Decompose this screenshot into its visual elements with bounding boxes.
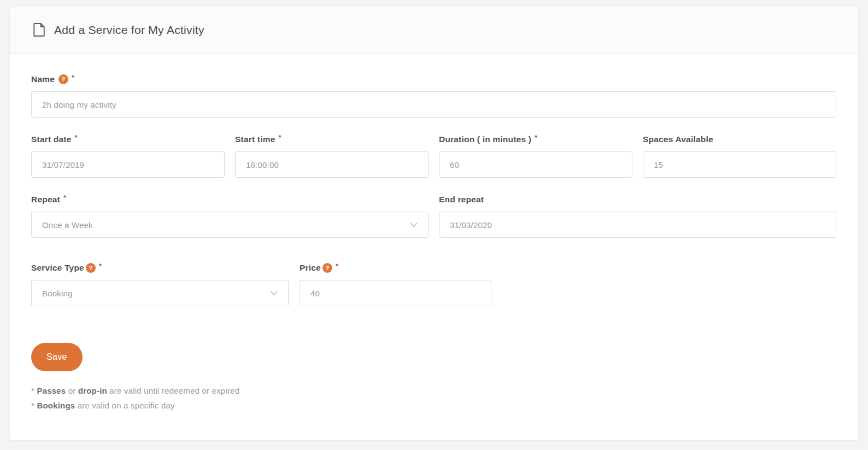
price-input[interactable]	[300, 280, 491, 306]
repeat-row: Repeat * Once a Week End repeat	[31, 195, 836, 238]
footnotes: * Passes or drop-in are valid until rede…	[31, 383, 836, 413]
footnote-bookings: * Bookings are valid on a specific day	[31, 398, 836, 413]
start-time-field-group: Start time *	[235, 135, 429, 178]
add-service-card: Add a Service for My Activity Name ? * S…	[10, 7, 858, 440]
service-type-selected-value: Booking	[42, 289, 73, 298]
name-help-icon[interactable]: ?	[58, 74, 68, 84]
card-header: Add a Service for My Activity	[10, 7, 858, 54]
required-asterisk: *	[279, 133, 281, 142]
footnote-passes: * Passes or drop-in are valid until rede…	[31, 383, 836, 398]
save-button[interactable]: Save	[31, 343, 83, 371]
required-asterisk: *	[75, 133, 78, 142]
spaces-input[interactable]	[643, 151, 836, 178]
name-field-group: Name ? *	[31, 74, 836, 118]
name-input[interactable]	[31, 91, 836, 118]
pricing-row: Service Type ? * Booking Price ?	[31, 263, 836, 306]
repeat-field-group: Repeat * Once a Week	[31, 195, 429, 238]
required-asterisk: *	[72, 73, 74, 81]
spaces-label: Spaces Available	[643, 135, 836, 144]
start-date-label: Start date *	[31, 135, 225, 144]
price-field-group: Price ? *	[300, 263, 491, 306]
chevron-down-icon	[410, 223, 418, 227]
required-asterisk: *	[336, 262, 338, 270]
service-type-help-icon[interactable]: ?	[86, 263, 96, 273]
duration-field-group: Duration ( in minutes ) *	[439, 135, 632, 178]
end-repeat-label: End repeat	[439, 195, 836, 204]
price-help-icon[interactable]: ?	[322, 263, 332, 273]
repeat-select[interactable]: Once a Week	[31, 212, 429, 238]
required-asterisk: *	[99, 262, 102, 270]
service-type-label: Service Type ? *	[31, 263, 289, 273]
start-date-field-group: Start date *	[31, 135, 225, 178]
start-date-input[interactable]	[31, 151, 225, 178]
duration-label: Duration ( in minutes ) *	[439, 135, 632, 144]
chevron-down-icon	[270, 291, 278, 296]
spaces-field-group: Spaces Available	[643, 135, 836, 178]
document-icon	[33, 22, 45, 37]
repeat-label: Repeat *	[31, 195, 429, 204]
end-repeat-field-group: End repeat	[439, 195, 836, 238]
start-time-input[interactable]	[235, 151, 429, 178]
price-label: Price ? *	[300, 263, 491, 273]
service-form: Name ? * Start date * Start time *	[10, 54, 858, 413]
duration-input[interactable]	[439, 151, 632, 178]
service-type-field-group: Service Type ? * Booking	[31, 263, 289, 306]
required-asterisk: *	[535, 133, 537, 142]
repeat-selected-value: Once a Week	[42, 220, 93, 230]
page-title: Add a Service for My Activity	[54, 24, 204, 37]
required-asterisk: *	[63, 194, 66, 202]
name-label: Name ? *	[31, 74, 836, 84]
start-time-label: Start time *	[235, 135, 429, 144]
end-repeat-input[interactable]	[439, 212, 836, 238]
service-type-select[interactable]: Booking	[31, 280, 289, 306]
schedule-row: Start date * Start time * Duration ( in …	[31, 135, 836, 178]
